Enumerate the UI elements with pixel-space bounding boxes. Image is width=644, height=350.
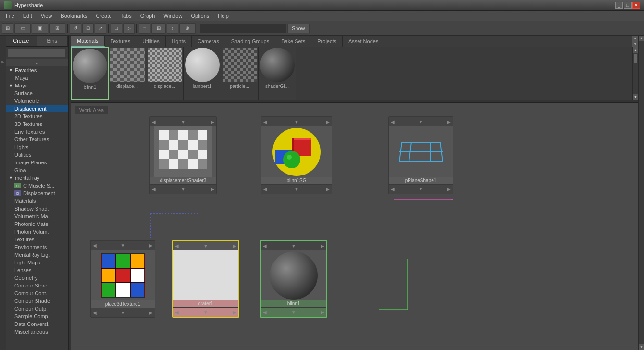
right-scroll-down[interactable]: ▼: [639, 344, 644, 350]
node-c1-f-down[interactable]: ▼: [203, 310, 208, 315]
tree-contour-outp[interactable]: Contour Outp.: [6, 305, 68, 312]
close-button[interactable]: ✕: [632, 2, 640, 9]
material-lambert1[interactable]: lambert1: [184, 47, 221, 100]
node-p3d-f-left[interactable]: ◀: [93, 310, 97, 315]
toolbar-search-input[interactable]: [200, 24, 286, 33]
tree-contour-shade[interactable]: Contour Shade: [6, 297, 68, 305]
tree-item-maya-plus[interactable]: + Maya: [6, 74, 68, 82]
node-p3d-f-down[interactable]: ▼: [121, 310, 125, 315]
tab-bins[interactable]: Bins: [37, 36, 68, 46]
material-particle[interactable]: particle...: [221, 47, 259, 100]
tab-textures[interactable]: Textures: [105, 36, 137, 47]
node-b1-top-down[interactable]: ▼: [291, 243, 296, 249]
node-disp-f-down[interactable]: ▼: [181, 187, 186, 192]
tab-scroll-down[interactable]: ▼: [632, 41, 638, 47]
mat-scroll-thumb[interactable]: [634, 54, 637, 63]
toolbar-btn-10[interactable]: ≡: [139, 23, 150, 34]
menu-bookmarks[interactable]: Bookmarks: [57, 12, 91, 20]
node-b1-f-right[interactable]: ▶: [321, 310, 324, 315]
node-bsg-f-left[interactable]: ◀: [263, 187, 267, 192]
material-displace2[interactable]: displace...: [146, 47, 184, 100]
node-disp-down-arrow[interactable]: ▼: [181, 119, 186, 125]
maximize-button[interactable]: □: [624, 2, 632, 9]
node-pp-left[interactable]: ◀: [391, 119, 395, 125]
tree-volumetric-ma[interactable]: Volumetric Ma.: [6, 212, 68, 220]
right-scroll-up[interactable]: ▲: [639, 36, 644, 41]
tree-textures-mr[interactable]: Textures: [6, 236, 68, 243]
menu-tabs[interactable]: Tabs: [116, 12, 135, 20]
tab-shading-groups[interactable]: Shading Groups: [225, 36, 276, 47]
tree-displacement[interactable]: Displacement: [6, 105, 68, 112]
node-p3d-top-left[interactable]: ◀: [93, 243, 97, 248]
toolbar-btn-8[interactable]: □: [111, 23, 122, 34]
tree-mental-ray-header[interactable]: ▼ mental ray: [6, 174, 68, 182]
minimize-button[interactable]: _: [615, 2, 623, 9]
tab-cameras[interactable]: Cameras: [192, 36, 225, 47]
tree-lenses[interactable]: Lenses: [6, 266, 68, 274]
menu-window[interactable]: Window: [160, 12, 186, 20]
tree-lights[interactable]: Lights: [6, 143, 68, 151]
tree-contour-store[interactable]: Contour Store: [6, 282, 68, 289]
toolbar-btn-13[interactable]: ⊕: [179, 23, 196, 34]
toolbar-btn-11[interactable]: ⊞: [151, 23, 166, 34]
tree-geometry[interactable]: Geometry: [6, 274, 68, 282]
node-bsg-right[interactable]: ▶: [326, 119, 330, 125]
tree-environments[interactable]: Environments: [6, 243, 68, 251]
node-disp-right-arrow[interactable]: ▶: [211, 119, 214, 125]
node-c1-top-left[interactable]: ◀: [175, 243, 179, 249]
node-b1-f-left[interactable]: ◀: [263, 310, 267, 315]
material-displace1[interactable]: displace...: [109, 47, 146, 100]
tree-data-conversi[interactable]: Data Conversi.: [6, 320, 68, 328]
menu-view[interactable]: View: [37, 12, 56, 20]
material-blinn1[interactable]: blinn1: [71, 47, 109, 100]
toolbar-btn-5[interactable]: ↺: [70, 23, 81, 34]
tree-shadow-shad[interactable]: Shadow Shad.: [6, 205, 68, 212]
menu-edit[interactable]: Edit: [19, 12, 36, 20]
toolbar-btn-2[interactable]: ▭: [14, 23, 31, 34]
mat-scroll-up[interactable]: ▲: [633, 47, 638, 53]
node-disp-left-arrow[interactable]: ◀: [152, 119, 156, 125]
tab-lights[interactable]: Lights: [166, 36, 192, 47]
tree-c-muscle[interactable]: C C Muscle S...: [6, 182, 68, 189]
tab-bake-sets[interactable]: Bake Sets: [275, 36, 311, 47]
tab-projects[interactable]: Projects: [311, 36, 343, 47]
left-search-input[interactable]: [8, 49, 66, 57]
tree-miscellaneous[interactable]: Miscellaneous: [6, 328, 68, 336]
tree-utilities[interactable]: Utilities: [6, 151, 68, 159]
node-pp-f-right[interactable]: ▶: [447, 187, 451, 192]
node-pp-f-down[interactable]: ▼: [419, 187, 423, 192]
toolbar-btn-6[interactable]: ⊡: [82, 23, 94, 34]
tab-scroll-up[interactable]: ▲: [632, 36, 638, 41]
node-pp-right[interactable]: ▶: [447, 119, 451, 125]
menu-create[interactable]: Create: [92, 12, 115, 20]
tree-glow[interactable]: Glow: [6, 166, 68, 174]
node-disp-f-left[interactable]: ◀: [152, 187, 156, 192]
toolbar-btn-7[interactable]: ↗: [95, 23, 106, 34]
tree-other-textures[interactable]: Other Textures: [6, 136, 68, 143]
tree-favorites-header[interactable]: ▼ Favorites: [6, 66, 68, 74]
toolbar-btn-4[interactable]: ⊞: [49, 23, 65, 34]
node-p3d-top-down[interactable]: ▼: [121, 243, 125, 248]
tree-surface[interactable]: Surface: [6, 89, 68, 97]
tree-image-planes[interactable]: Image Planes: [6, 159, 68, 166]
tree-env-textures[interactable]: Env Textures: [6, 128, 68, 136]
tree-mentalray-lig[interactable]: MentalRay Lig.: [6, 251, 68, 259]
node-p3d-top-right[interactable]: ▶: [149, 243, 153, 248]
node-bsg-f-down[interactable]: ▼: [294, 187, 299, 192]
toolbar-btn-9[interactable]: ▷: [123, 23, 135, 34]
tab-asset-nodes[interactable]: Asset Nodes: [343, 36, 384, 47]
tree-2d-textures[interactable]: 2D Textures: [6, 112, 68, 120]
tree-3d-textures[interactable]: 3D Textures: [6, 120, 68, 128]
tab-materials[interactable]: Materials: [71, 36, 105, 47]
tree-displacement-mr[interactable]: D Displacement: [6, 189, 68, 197]
tree-contour-cont[interactable]: Contour Cont.: [6, 289, 68, 297]
mat-scroll-down[interactable]: ▼: [633, 94, 638, 100]
node-pp-f-left[interactable]: ◀: [391, 187, 395, 192]
tree-volumetric[interactable]: Volumetric: [6, 97, 68, 105]
node-disp-f-right[interactable]: ▶: [211, 187, 214, 192]
tree-mr-materials[interactable]: Materials: [6, 197, 68, 205]
node-c1-f-left[interactable]: ◀: [175, 310, 179, 315]
node-c1-top-down[interactable]: ▼: [203, 243, 208, 249]
toolbar-btn-3[interactable]: ▣: [32, 23, 48, 34]
menu-options[interactable]: Options: [187, 12, 213, 20]
